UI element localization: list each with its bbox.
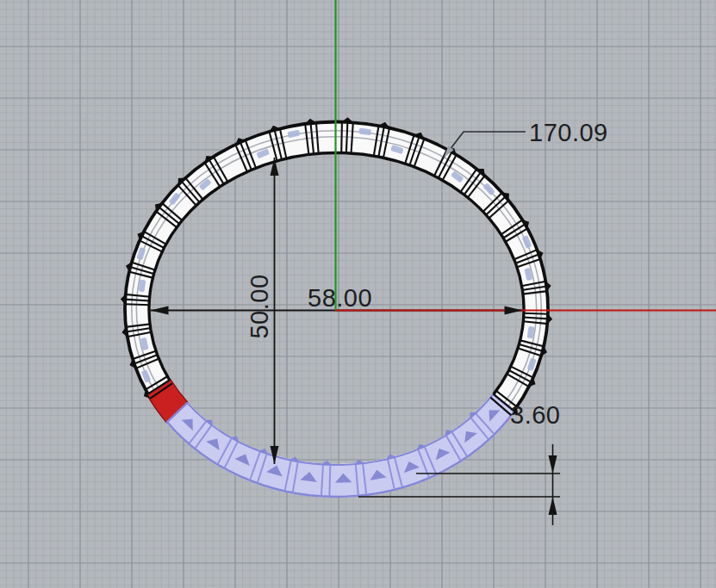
dimension-label-outer-length[interactable]: 170.09	[529, 121, 608, 145]
dimension-label-thickness[interactable]: 3.60	[510, 403, 560, 428]
dimension-label-inner-height[interactable]: 50.00	[247, 274, 272, 338]
cad-viewport[interactable]: 170.09 58.00 50.00 3.60	[0, 0, 716, 588]
dimension-label-inner-width[interactable]: 58.00	[308, 286, 372, 311]
